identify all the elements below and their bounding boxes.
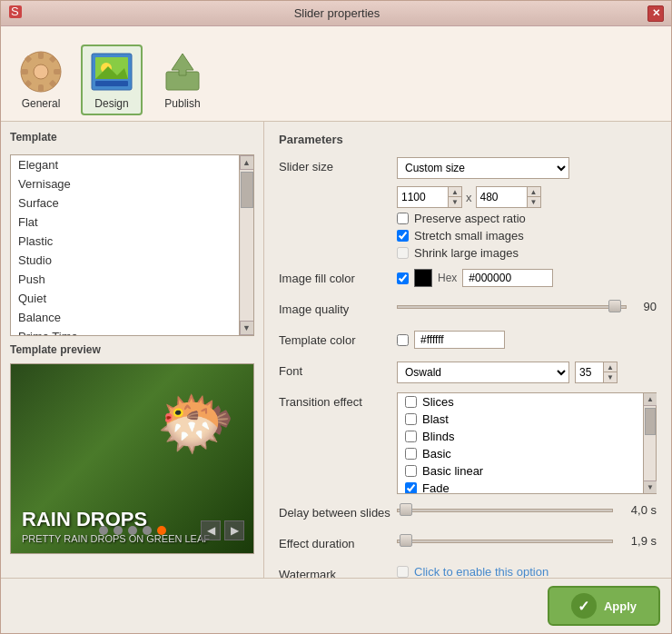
apply-label: Apply (604, 599, 637, 613)
template-item[interactable]: Push (11, 270, 253, 289)
font-size-input[interactable] (576, 362, 603, 382)
slider-size-label: Slider size (279, 157, 397, 173)
shrink-large-row: Shrink large images (397, 246, 657, 260)
template-item[interactable]: Vernisage (11, 174, 253, 193)
main-window: S Slider properties ✕ (0, 0, 672, 634)
transition-checkbox[interactable] (405, 431, 417, 442)
quality-slider-thumb[interactable] (608, 300, 621, 312)
slider-size-select[interactable]: Custom sizeFull widthFull screen (397, 157, 569, 179)
quality-slider-row: 90 (397, 300, 657, 313)
font-row: Font OswaldArialGeorgiaVerdana ▲ ▼ (279, 362, 657, 383)
transition-checkbox[interactable] (405, 448, 417, 460)
scroll-down-arrow[interactable]: ▼ (240, 321, 254, 335)
width-input[interactable] (398, 187, 448, 207)
transition-checkbox[interactable] (405, 413, 417, 425)
font-spin-up[interactable]: ▲ (604, 362, 617, 372)
duration-slider-thumb[interactable] (400, 534, 412, 547)
svg-rect-4 (38, 52, 44, 59)
transition-list[interactable]: SlicesBlastBlindsBasicBasic linearFade (398, 393, 656, 493)
template-item[interactable]: Prime Time (11, 327, 253, 335)
shrink-large-checkbox[interactable] (397, 247, 409, 259)
quality-slider-track[interactable] (397, 305, 627, 309)
transition-checkbox[interactable] (405, 465, 417, 477)
template-scrollbar[interactable]: ▲ ▼ (239, 155, 253, 335)
next-arrow[interactable]: ▶ (224, 520, 244, 540)
font-select[interactable]: OswaldArialGeorgiaVerdana (397, 362, 569, 383)
preview-dot[interactable] (157, 526, 166, 535)
font-spin-down[interactable]: ▼ (604, 372, 617, 382)
trans-scroll-down[interactable]: ▼ (644, 480, 657, 493)
transition-item[interactable]: Blast (398, 411, 643, 428)
size-select-row: Custom sizeFull widthFull screen (397, 157, 657, 179)
stretch-small-label[interactable]: Stretch small images (414, 229, 524, 243)
bottom-bar: ✓ Apply (1, 578, 671, 633)
color-swatch[interactable] (414, 269, 432, 287)
preview-dot[interactable] (128, 526, 137, 535)
transition-checkbox[interactable] (405, 482, 417, 493)
width-spin-down[interactable]: ▼ (449, 197, 461, 207)
apply-button[interactable]: ✓ Apply (548, 586, 660, 626)
width-spin-up[interactable]: ▲ (449, 187, 461, 197)
transition-scrollbar[interactable]: ▲ ▼ (643, 393, 656, 493)
transition-item[interactable]: Basic (398, 445, 643, 462)
scroll-thumb[interactable] (241, 172, 253, 208)
template-item[interactable]: Studio (11, 251, 253, 270)
preview-dot[interactable] (99, 526, 108, 535)
delay-slider-track[interactable] (397, 509, 613, 512)
stretch-small-checkbox[interactable] (397, 230, 409, 242)
main-content: Template ElegantVernisageSurfaceFlatPlas… (1, 122, 671, 578)
height-spin-up[interactable]: ▲ (528, 187, 540, 197)
toolbar-general-label: General (22, 97, 61, 110)
shrink-large-label[interactable]: Shrink large images (414, 246, 519, 260)
trans-scroll-thumb[interactable] (645, 408, 656, 435)
puffer-fish-icon: 🐡 (156, 391, 235, 455)
transition-name: Blast (422, 412, 449, 426)
transition-item[interactable]: Slices (398, 393, 643, 411)
transition-item[interactable]: Basic linear (398, 462, 643, 480)
transition-checkbox[interactable] (405, 396, 417, 408)
title-bar: S Slider properties ✕ (1, 1, 671, 26)
hex-input[interactable] (462, 269, 553, 287)
duration-row: Effect duration 1,9 s (279, 534, 657, 556)
watermark-checkbox[interactable] (397, 566, 409, 578)
scroll-up-arrow[interactable]: ▲ (240, 155, 254, 170)
template-item[interactable]: Balance (11, 308, 253, 327)
duration-slider-track[interactable] (397, 540, 613, 543)
height-input[interactable] (477, 187, 527, 207)
image-quality-controls: 90 (397, 300, 657, 313)
watermark-controls: Click to enable this option (397, 565, 657, 578)
close-button[interactable]: ✕ (647, 5, 664, 22)
toolbar-item-design[interactable]: Design (81, 45, 143, 115)
template-item[interactable]: Quiet (11, 289, 253, 308)
template-item[interactable]: Surface (11, 193, 253, 213)
preview-dot[interactable] (114, 526, 123, 535)
svg-rect-6 (21, 69, 28, 74)
font-row-inner: OswaldArialGeorgiaVerdana ▲ ▼ (397, 362, 657, 383)
preserve-aspect-label[interactable]: Preserve aspect ratio (414, 212, 526, 225)
preserve-aspect-checkbox[interactable] (397, 213, 409, 224)
template-hex-input[interactable] (414, 331, 505, 349)
trans-scroll-up[interactable]: ▲ (644, 393, 657, 406)
template-list-container: ElegantVernisageSurfaceFlatPlasticStudio… (10, 154, 254, 336)
fill-color-checkbox[interactable] (397, 272, 409, 284)
template-item[interactable]: Plastic (11, 232, 253, 251)
height-spin-down[interactable]: ▼ (528, 197, 540, 207)
toolbar-item-general[interactable]: General (10, 45, 72, 115)
prev-arrow[interactable]: ◀ (201, 520, 221, 540)
transition-item[interactable]: Blinds (398, 428, 643, 445)
template-color-checkbox[interactable] (397, 334, 409, 346)
template-list[interactable]: ElegantVernisageSurfaceFlatPlasticStudio… (11, 155, 253, 335)
preview-dot[interactable] (143, 526, 152, 535)
delay-slider-thumb[interactable] (400, 503, 412, 516)
template-item[interactable]: Elegant (11, 155, 253, 174)
template-item[interactable]: Flat (11, 213, 253, 232)
toolbar-item-publish[interactable]: Publish (152, 45, 213, 115)
transition-item[interactable]: Fade (398, 480, 643, 493)
template-color-row-inner (397, 331, 657, 349)
duration-controls: 1,9 s (397, 534, 657, 548)
transition-name: Basic linear (422, 464, 483, 478)
watermark-link[interactable]: Click to enable this option (414, 565, 548, 578)
color-row: Hex (397, 269, 657, 287)
height-input-wrap: ▲ ▼ (476, 186, 541, 208)
template-color-label: Template color (279, 331, 397, 347)
